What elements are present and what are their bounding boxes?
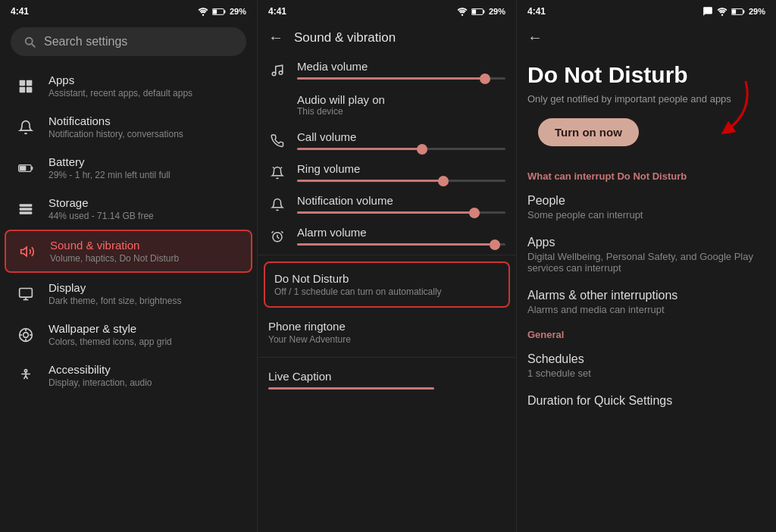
notification-volume-item[interactable]: Notification volume [258, 188, 516, 220]
svg-rect-5 [27, 80, 33, 86]
status-bar-3: 4:41 29% [517, 0, 776, 21]
svg-line-29 [273, 167, 274, 168]
call-volume-icon [268, 133, 286, 148]
alarm-volume-label: Alarm volume [297, 226, 505, 239]
status-bar-1: 4:41 29% [0, 0, 257, 21]
search-icon [23, 35, 36, 49]
storage-subtitle: 44% used - 71.14 GB free [48, 211, 242, 221]
battery-icon-1 [212, 8, 226, 16]
alarms-option[interactable]: Alarms & other interruptions Alarms and … [517, 281, 776, 323]
accessibility-subtitle: Display, interaction, audio [48, 377, 242, 388]
svg-marker-14 [21, 247, 27, 256]
call-volume-item[interactable]: Call volume [258, 124, 516, 156]
sidebar-item-battery[interactable]: Battery 29% - 1 hr, 22 min left until fu… [5, 148, 252, 188]
svg-line-30 [281, 167, 283, 168]
battery-icon-3 [731, 8, 745, 16]
svg-rect-7 [27, 86, 33, 92]
svg-point-0 [202, 14, 204, 16]
media-volume-item[interactable]: Media volume [258, 54, 516, 86]
time-1: 4:41 [11, 6, 29, 17]
wifi-icon-2 [457, 7, 468, 16]
schedules-title: Schedules [527, 352, 765, 366]
schedules-subtitle: 1 schedule set [527, 368, 765, 379]
back-button-2[interactable]: ← [268, 29, 283, 46]
search-bar[interactable]: Search settings [11, 27, 246, 56]
sound-panel-title: Sound & vibration [294, 30, 396, 45]
sound-title: Sound & vibration [50, 239, 240, 252]
svg-point-22 [24, 369, 27, 371]
display-subtitle: Dark theme, font size, brightness [48, 296, 242, 306]
people-option[interactable]: People Some people can interrupt [517, 186, 776, 228]
svg-rect-10 [20, 165, 27, 170]
ring-volume-item[interactable]: Ring volume [258, 156, 516, 188]
media-volume-slider[interactable] [297, 77, 505, 80]
settings-panel: 4:41 29% Search settings [0, 0, 258, 532]
notifications-text: Notifications Notification history, conv… [48, 114, 242, 139]
apps-title: Apps [527, 236, 765, 249]
accessibility-title: Accessibility [48, 363, 242, 376]
turn-on-container: Turn on now [517, 115, 776, 164]
schedules-option[interactable]: Schedules 1 schedule set [517, 345, 776, 386]
apps-subtitle: Assistant, recent apps, default apps [48, 88, 242, 99]
call-volume-label: Call volume [297, 130, 505, 143]
ring-volume-label: Ring volume [297, 162, 505, 175]
ringtone-title: Phone ringtone [268, 320, 505, 333]
back-button-3[interactable]: ← [527, 29, 543, 46]
svg-rect-34 [743, 10, 744, 13]
turn-on-now-button[interactable]: Turn on now [538, 118, 639, 146]
audio-play-on[interactable]: Audio will play on This device [258, 86, 516, 124]
dnd-list-item[interactable]: Do Not Disturb Off / 1 schedule can turn… [264, 261, 510, 308]
dnd-panel: 4:41 29% ← Do Not Disturb Only get notif… [517, 0, 776, 532]
ring-volume-slider[interactable] [297, 180, 505, 182]
sidebar-item-notifications[interactable]: Notifications Notification history, conv… [5, 107, 252, 147]
svg-rect-25 [483, 10, 484, 13]
status-bar-2: 4:41 29% [258, 0, 516, 21]
alarms-subtitle: Alarms and media can interrupt [527, 304, 765, 315]
wallpaper-icon [15, 327, 36, 343]
call-volume-slider[interactable] [297, 148, 505, 150]
sound-header: ← Sound & vibration [258, 21, 516, 54]
svg-point-27 [272, 72, 276, 76]
wallpaper-text: Wallpaper & style Colors, themed icons, … [48, 322, 242, 347]
live-caption-title: Live Caption [268, 370, 505, 383]
apps-option[interactable]: Apps Digital Wellbeing, Personal Safety,… [517, 228, 776, 281]
svg-rect-2 [224, 10, 225, 13]
live-caption-item[interactable]: Live Caption [258, 361, 516, 399]
sidebar-item-display[interactable]: Display Dark theme, font size, brightnes… [5, 274, 252, 314]
svg-rect-9 [31, 166, 33, 169]
sidebar-item-storage[interactable]: Storage 44% used - 71.14 GB free [5, 189, 252, 229]
sidebar-item-wallpaper[interactable]: Wallpaper & style Colors, themed icons, … [5, 315, 252, 355]
time-3: 4:41 [527, 6, 546, 17]
wallpaper-subtitle: Colors, themed icons, app grid [48, 336, 242, 347]
alarm-volume-item[interactable]: Alarm volume [258, 220, 516, 252]
battery-icon [15, 163, 36, 174]
wifi-icon-3 [717, 7, 728, 16]
svg-rect-6 [20, 86, 26, 92]
notification-volume-label: Notification volume [297, 194, 505, 207]
status-icons-2: 29% [457, 7, 505, 16]
storage-text: Storage 44% used - 71.14 GB free [48, 196, 242, 221]
wallpaper-title: Wallpaper & style [48, 322, 242, 335]
what-can-interrupt-label: What can interrupt Do Not Disturb [517, 164, 776, 186]
duration-option[interactable]: Duration for Quick Settings [517, 386, 776, 415]
apps-text: Apps Assistant, recent apps, default app… [48, 74, 242, 99]
battery-subtitle: 29% - 1 hr, 22 min left until full [48, 170, 242, 180]
alarm-volume-slider[interactable] [297, 243, 505, 246]
display-title: Display [48, 281, 242, 294]
apps-icon [15, 79, 36, 94]
sidebar-item-apps[interactable]: Apps Assistant, recent apps, default app… [5, 66, 252, 106]
storage-title: Storage [48, 196, 242, 209]
media-volume-content: Media volume [297, 60, 505, 80]
svg-point-28 [279, 70, 283, 74]
notification-volume-slider[interactable] [297, 211, 505, 214]
sound-icon [17, 244, 38, 259]
svg-point-17 [23, 332, 29, 337]
time-2: 4:41 [268, 6, 286, 17]
sidebar-item-accessibility[interactable]: Accessibility Display, interaction, audi… [5, 355, 252, 396]
status-icons-3: 29% [702, 6, 765, 17]
live-caption-bar [268, 387, 434, 390]
duration-title: Duration for Quick Settings [527, 394, 765, 408]
battery-pct-2: 29% [489, 7, 505, 16]
sidebar-item-sound[interactable]: Sound & vibration Volume, haptics, Do No… [5, 230, 252, 273]
ringtone-item[interactable]: Phone ringtone Your New Adventure [258, 311, 516, 354]
